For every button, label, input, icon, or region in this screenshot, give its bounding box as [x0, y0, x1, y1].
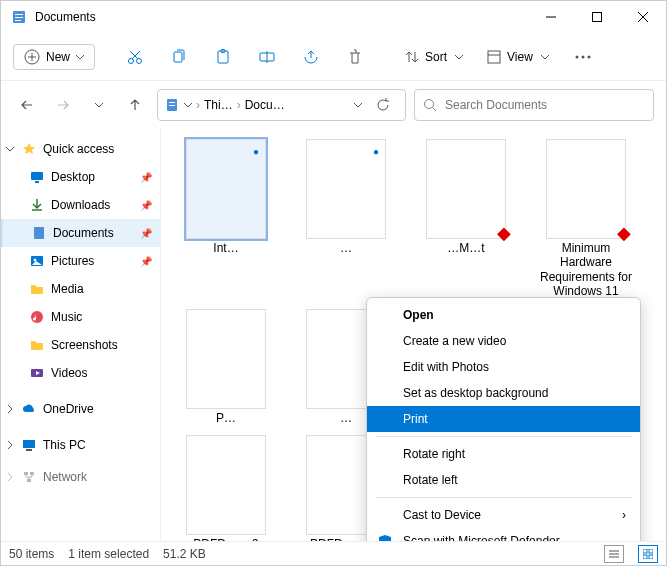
sidebar-quick-access[interactable]: Quick access [1, 135, 160, 163]
ctx-print[interactable]: Print [367, 406, 640, 432]
scissors-icon [127, 49, 143, 65]
clipboard-icon [215, 49, 231, 65]
download-icon [29, 197, 45, 213]
pc-icon [21, 437, 37, 453]
svg-point-28 [425, 100, 434, 109]
grid-icon [643, 549, 653, 559]
separator [375, 436, 632, 437]
chevron-right-icon [5, 440, 15, 450]
chevron-down-icon [94, 100, 104, 110]
sidebar-pictures[interactable]: Pictures📌 [1, 247, 160, 275]
chevron-right-icon: › [622, 508, 626, 522]
svg-line-29 [433, 108, 437, 112]
ctx-edit-photos[interactable]: Edit with Photos [367, 354, 640, 380]
svg-rect-48 [649, 555, 653, 559]
file-item[interactable]: ●Int… [171, 139, 281, 299]
search-input[interactable]: Search Documents [414, 89, 654, 121]
ctx-rotate-left[interactable]: Rotate left [367, 467, 640, 493]
chevron-down-icon[interactable] [353, 100, 363, 110]
sidebar-downloads[interactable]: Downloads📌 [1, 191, 160, 219]
forward-button[interactable] [49, 91, 77, 119]
rename-button[interactable] [247, 39, 287, 75]
chevron-right-icon [5, 404, 15, 414]
shield-icon [377, 533, 393, 541]
rename-icon [259, 49, 275, 65]
sidebar-documents[interactable]: Documents📌 [1, 219, 160, 247]
svg-rect-45 [643, 549, 647, 553]
svg-point-12 [137, 58, 142, 63]
file-item[interactable]: ●… [291, 139, 401, 299]
cut-button[interactable] [115, 39, 155, 75]
thumbnails-view-toggle[interactable] [638, 545, 658, 563]
folder-icon [29, 337, 45, 353]
sidebar-this-pc[interactable]: This PC [1, 431, 160, 459]
breadcrumb[interactable]: › Thi… › Docu… [157, 89, 406, 121]
svg-point-22 [575, 55, 578, 58]
breadcrumb-seg-2[interactable]: Docu… [245, 98, 349, 112]
video-icon [29, 365, 45, 381]
breadcrumb-seg-1[interactable]: Thi… [204, 98, 233, 112]
network-icon [21, 469, 37, 485]
close-button[interactable] [620, 1, 666, 33]
sidebar-desktop[interactable]: Desktop📌 [1, 163, 160, 191]
recent-dropdown[interactable] [85, 91, 113, 119]
svg-rect-3 [15, 20, 21, 21]
sidebar: Quick access Desktop📌 Downloads📌 Documen… [1, 129, 161, 541]
sidebar-network[interactable]: Network [1, 463, 160, 491]
document-icon [164, 97, 180, 113]
ctx-open[interactable]: Open [367, 302, 640, 328]
svg-rect-38 [26, 449, 32, 451]
maximize-button[interactable] [574, 1, 620, 33]
view-button[interactable]: View [477, 39, 559, 75]
arrow-left-icon [20, 98, 34, 112]
file-item[interactable]: P… [171, 309, 281, 425]
titlebar: Documents [1, 1, 666, 33]
sidebar-onedrive[interactable]: OneDrive [1, 395, 160, 423]
arrow-right-icon [56, 98, 70, 112]
music-icon [29, 309, 45, 325]
file-item[interactable]: ◆Minimum Hardware Requirements for Windo… [531, 139, 641, 299]
file-item[interactable]: PDFDoc_p9 [171, 435, 281, 541]
ctx-set-background[interactable]: Set as desktop background [367, 380, 640, 406]
sidebar-media[interactable]: Media [1, 275, 160, 303]
sidebar-music[interactable]: Music [1, 303, 160, 331]
svg-rect-1 [15, 14, 23, 15]
ctx-scan-defender[interactable]: Scan with Microsoft Defender... [367, 528, 640, 541]
new-button[interactable]: New [13, 44, 95, 70]
cloud-icon [21, 401, 37, 417]
paste-button[interactable] [203, 39, 243, 75]
details-view-toggle[interactable] [604, 545, 624, 563]
selection-size: 51.2 KB [163, 547, 206, 561]
svg-rect-39 [24, 472, 28, 475]
svg-rect-37 [23, 440, 35, 448]
separator [375, 497, 632, 498]
selection-count: 1 item selected [68, 547, 149, 561]
sort-button[interactable]: Sort [395, 39, 473, 75]
file-item[interactable]: ◆…M…t [411, 139, 521, 299]
window-title: Documents [35, 10, 528, 24]
svg-rect-32 [34, 227, 44, 239]
pin-icon: 📌 [140, 172, 152, 183]
minimize-button[interactable] [528, 1, 574, 33]
svg-rect-30 [31, 172, 43, 180]
delete-button[interactable] [335, 39, 375, 75]
copy-button[interactable] [159, 39, 199, 75]
svg-rect-47 [643, 555, 647, 559]
sidebar-screenshots[interactable]: Screenshots [1, 331, 160, 359]
svg-rect-15 [174, 52, 182, 62]
sidebar-videos[interactable]: Videos [1, 359, 160, 387]
chevron-down-icon [455, 53, 463, 61]
new-label: New [46, 50, 70, 64]
ctx-cast[interactable]: Cast to Device› [367, 502, 640, 528]
copy-icon [171, 49, 187, 65]
more-button[interactable] [563, 39, 603, 75]
refresh-button[interactable] [367, 98, 399, 112]
ctx-rotate-right[interactable]: Rotate right [367, 441, 640, 467]
svg-rect-27 [169, 105, 175, 106]
ctx-create-video[interactable]: Create a new video [367, 328, 640, 354]
back-button[interactable] [13, 91, 41, 119]
share-button[interactable] [291, 39, 331, 75]
view-label: View [507, 50, 533, 64]
up-button[interactable] [121, 91, 149, 119]
item-count: 50 items [9, 547, 54, 561]
